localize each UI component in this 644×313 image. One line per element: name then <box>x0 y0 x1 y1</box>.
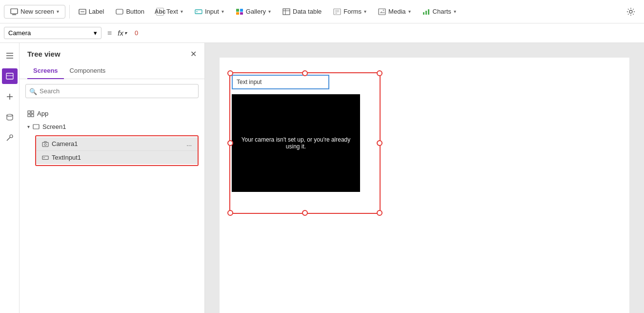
svg-rect-11 <box>283 9 290 15</box>
button-icon <box>116 8 123 16</box>
search-icon: 🔍 <box>29 87 37 95</box>
svg-rect-10 <box>240 12 243 15</box>
new-screen-chevron: ▾ <box>57 9 59 14</box>
media-chevron: ▾ <box>408 9 411 14</box>
svg-rect-39 <box>42 142 48 146</box>
forms-button[interactable]: Forms ▾ <box>328 5 371 18</box>
forms-chevron: ▾ <box>364 9 366 14</box>
main-area: Tree view ✕ Screens Components 🔍 App ▾ S… <box>0 43 644 313</box>
svg-rect-22 <box>428 9 429 15</box>
svg-rect-20 <box>423 12 424 15</box>
screen1-chevron: ▾ <box>27 124 30 129</box>
gallery-button[interactable]: Gallery ▾ <box>231 5 276 18</box>
divider-1 <box>69 5 70 19</box>
datatable-label: Data table <box>293 8 322 15</box>
svg-rect-9 <box>236 12 239 15</box>
media-icon <box>378 8 386 16</box>
screen-icon <box>10 8 18 16</box>
formula-value: 0 <box>131 29 138 37</box>
fx-button[interactable]: fx ▾ <box>118 29 127 37</box>
svg-line-32 <box>7 137 10 141</box>
textinput-icon <box>42 155 49 161</box>
textinput1-label: TextInput1 <box>52 154 81 161</box>
property-select[interactable]: Camera ▾ <box>4 27 101 39</box>
media-label: Media <box>388 8 405 15</box>
forms-label: Forms <box>343 8 362 15</box>
input-button[interactable]: Input ▾ <box>190 5 229 18</box>
canvas-camera: Your camera isn't set up, or you're alre… <box>232 94 360 192</box>
app-item[interactable]: App <box>20 107 204 120</box>
handle-bottom-right[interactable] <box>377 210 382 216</box>
svg-rect-21 <box>425 11 427 15</box>
tools-icon <box>6 134 14 142</box>
svg-rect-8 <box>240 9 243 12</box>
tree-close-button[interactable]: ✕ <box>190 50 197 58</box>
handle-bottom-left[interactable] <box>227 210 233 216</box>
hamburger-icon <box>6 52 14 59</box>
camera-message: Your camera isn't set up, or you're alre… <box>240 136 352 150</box>
media-button[interactable]: Media ▾ <box>373 5 415 18</box>
text-input-value: Text input <box>237 79 262 85</box>
label-icon <box>79 8 86 16</box>
textinput1-item[interactable]: TextInput1 <box>36 151 198 164</box>
charts-button[interactable]: Charts ▾ <box>418 5 461 18</box>
left-sidebar <box>0 43 20 313</box>
property-select-value: Camera <box>8 29 31 37</box>
camera-icon <box>42 141 49 147</box>
camera1-more-button[interactable]: ... <box>186 140 192 147</box>
equals-icon: = <box>105 29 114 38</box>
layers-icon <box>6 73 14 80</box>
label-button[interactable]: Label <box>74 5 109 18</box>
app-grid-icon <box>27 110 34 117</box>
tab-screens[interactable]: Screens <box>27 63 64 79</box>
settings-button[interactable] <box>622 5 640 19</box>
toolbar: New screen ▾ Label Button Abc Text ▾ Inp… <box>0 0 644 23</box>
svg-point-19 <box>383 9 384 11</box>
data-button[interactable] <box>2 109 18 125</box>
charts-chevron: ▾ <box>454 9 456 14</box>
formula-bar: Camera ▾ = fx ▾ 0 <box>0 23 644 43</box>
screen1-label: Screen1 <box>42 123 66 130</box>
canvas-text-input[interactable]: Text input <box>232 75 329 89</box>
tree-panel: Tree view ✕ Screens Components 🔍 App ▾ S… <box>20 43 205 313</box>
fx-label: fx <box>118 29 123 37</box>
charts-icon <box>423 8 430 16</box>
tools-button[interactable] <box>2 130 18 146</box>
button-button[interactable]: Button <box>111 5 149 18</box>
input-icon <box>195 8 202 16</box>
text-button[interactable]: Abc Text ▾ <box>151 5 188 18</box>
handle-middle-right[interactable] <box>377 140 382 146</box>
search-input[interactable] <box>25 84 199 98</box>
gallery-label: Gallery <box>246 8 266 15</box>
forms-icon <box>333 8 341 16</box>
svg-rect-7 <box>236 9 239 12</box>
svg-rect-36 <box>28 114 30 117</box>
svg-point-40 <box>44 143 46 145</box>
handle-bottom-middle[interactable] <box>302 210 308 216</box>
svg-point-31 <box>7 114 13 116</box>
svg-point-23 <box>629 10 632 13</box>
tree-header: Tree view ✕ <box>20 43 204 63</box>
canvas-frame: Text input Your camera isn't set up, or … <box>220 58 629 313</box>
text-label: Text <box>166 8 178 15</box>
add-button[interactable] <box>2 89 18 104</box>
hamburger-button[interactable] <box>2 48 18 63</box>
tree-content: App ▾ Screen1 Camera1 ... TextInput1 <box>20 103 204 172</box>
canvas-area[interactable]: Text input Your camera isn't set up, or … <box>205 43 644 313</box>
screen-icon <box>33 124 40 130</box>
handle-top-right[interactable] <box>377 70 382 76</box>
tree-selected-group: Camera1 ... TextInput1 <box>35 135 199 166</box>
tab-components[interactable]: Components <box>64 63 112 79</box>
new-screen-button[interactable]: New screen ▾ <box>4 5 65 19</box>
svg-rect-27 <box>6 73 13 79</box>
layers-button[interactable] <box>2 68 18 84</box>
tree-tabs: Screens Components <box>20 63 204 79</box>
screen1-item[interactable]: ▾ Screen1 <box>20 120 204 133</box>
camera1-item[interactable]: Camera1 ... <box>36 137 198 151</box>
datatable-button[interactable]: Data table <box>278 5 326 18</box>
input-chevron: ▾ <box>221 9 224 14</box>
input-label: Input <box>205 8 219 15</box>
svg-rect-0 <box>11 9 18 14</box>
svg-rect-38 <box>33 125 39 129</box>
tree-title: Tree view <box>27 50 60 58</box>
